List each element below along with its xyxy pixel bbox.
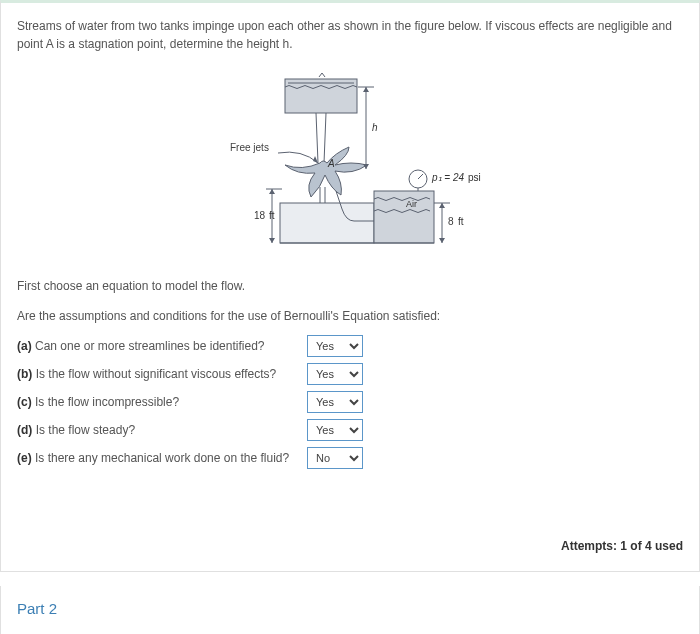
part2-section: Part 2 Calculate the height h. h = i ft <box>0 586 700 634</box>
pressure-label: p₁ = 24 <box>431 172 465 183</box>
h-label: h <box>372 122 378 133</box>
right-height-unit: ft <box>458 216 464 227</box>
condition-row-d: (d) Is the flow steady? Yes <box>17 419 683 441</box>
choose-equation-text: First choose an equation to model the fl… <box>17 279 683 293</box>
condition-label: (b) Is the flow without significant visc… <box>17 367 307 381</box>
svg-rect-8 <box>374 191 434 243</box>
right-height-value: 8 <box>448 216 454 227</box>
svg-rect-0 <box>285 79 357 113</box>
condition-label: (a) Can one or more streamlines be ident… <box>17 339 307 353</box>
condition-label: (c) Is the flow incompressible? <box>17 395 307 409</box>
svg-rect-1 <box>280 203 374 243</box>
point-a-label: A <box>327 158 335 169</box>
condition-row-a: (a) Can one or more streamlines be ident… <box>17 335 683 357</box>
left-height-value: 18 <box>254 210 266 221</box>
condition-label: (d) Is the flow steady? <box>17 423 307 437</box>
condition-row-e: (e) Is there any mechanical work done on… <box>17 447 683 469</box>
part2-title: Part 2 <box>1 586 699 617</box>
condition-row-c: (c) Is the flow incompressible? Yes <box>17 391 683 413</box>
tank-diagram-svg: A Free jets 18 ft h Air <box>170 71 530 261</box>
condition-select-c[interactable]: Yes <box>307 391 363 413</box>
problem-section: Streams of water from two tanks impinge … <box>0 0 700 572</box>
pressure-unit: psi <box>468 172 481 183</box>
free-jets-label: Free jets <box>230 142 269 153</box>
condition-label: (e) Is there any mechanical work done on… <box>17 451 307 465</box>
condition-row-b: (b) Is the flow without significant visc… <box>17 363 683 385</box>
condition-select-a[interactable]: Yes <box>307 335 363 357</box>
condition-select-b[interactable]: Yes <box>307 363 363 385</box>
condition-select-e[interactable]: No <box>307 447 363 469</box>
figure-container: A Free jets 18 ft h Air <box>17 71 683 261</box>
assumptions-text: Are the assumptions and conditions for t… <box>17 309 683 323</box>
air-label: Air <box>406 199 417 209</box>
problem-text: Streams of water from two tanks impinge … <box>17 19 672 51</box>
condition-select-d[interactable]: Yes <box>307 419 363 441</box>
left-height-unit: ft <box>269 210 275 221</box>
problem-statement: Streams of water from two tanks impinge … <box>17 17 683 53</box>
attempts-text: Attempts: 1 of 4 used <box>17 539 683 553</box>
